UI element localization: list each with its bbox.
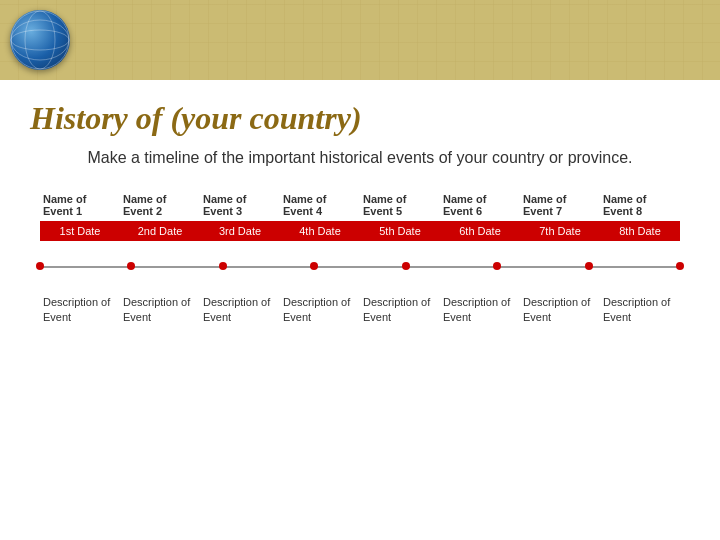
subtitle: Make a timeline of the important histori… (30, 147, 690, 169)
svg-point-2 (11, 30, 69, 50)
date-cell-5: 5th Date (360, 221, 440, 241)
date-cell-7: 7th Date (520, 221, 600, 241)
timeline-dot-5 (402, 262, 410, 270)
event-name-2: Name of Event 2 (120, 189, 200, 221)
event-name-6: Name of Event 6 (440, 189, 520, 221)
timeline-dot-4 (310, 262, 318, 270)
description-cell-1: Description of Event (40, 291, 120, 328)
timeline-dot-3 (219, 262, 227, 270)
event-names-row: Name of Event 1Name of Event 2Name of Ev… (40, 189, 680, 221)
date-row: 1st Date2nd Date3rd Date4th Date5th Date… (40, 221, 680, 241)
main-content: History of (your country) Make a timelin… (0, 80, 720, 338)
description-cell-2: Description of Event (120, 291, 200, 328)
map-background (0, 0, 720, 80)
timeline-table: Name of Event 1Name of Event 2Name of Ev… (40, 189, 680, 328)
event-name-3: Name of Event 3 (200, 189, 280, 221)
timeline-container: Name of Event 1Name of Event 2Name of Ev… (30, 189, 690, 328)
description-cell-7: Description of Event (520, 291, 600, 328)
description-cell-4: Description of Event (280, 291, 360, 328)
svg-point-3 (11, 20, 69, 60)
event-name-5: Name of Event 5 (360, 189, 440, 221)
timeline-dot-1 (36, 262, 44, 270)
description-cell-8: Description of Event (600, 291, 680, 328)
description-row: Description of EventDescription of Event… (40, 291, 680, 328)
date-cell-6: 6th Date (440, 221, 520, 241)
page-title: History of (your country) (30, 100, 690, 137)
timeline-dot-2 (127, 262, 135, 270)
event-name-4: Name of Event 4 (280, 189, 360, 221)
header (0, 0, 720, 80)
timeline-dot-7 (585, 262, 593, 270)
event-name-8: Name of Event 8 (600, 189, 680, 221)
event-name-1: Name of Event 1 (40, 189, 120, 221)
description-cell-5: Description of Event (360, 291, 440, 328)
date-cell-3: 3rd Date (200, 221, 280, 241)
description-cell-3: Description of Event (200, 291, 280, 328)
timeline-dot-8 (676, 262, 684, 270)
description-cell-6: Description of Event (440, 291, 520, 328)
date-cell-2: 2nd Date (120, 221, 200, 241)
globe-icon (10, 10, 70, 70)
date-cell-8: 8th Date (600, 221, 680, 241)
date-cell-4: 4th Date (280, 221, 360, 241)
timeline-dot-6 (493, 262, 501, 270)
date-cell-1: 1st Date (40, 221, 120, 241)
connector-row (40, 241, 680, 291)
event-name-7: Name of Event 7 (520, 189, 600, 221)
